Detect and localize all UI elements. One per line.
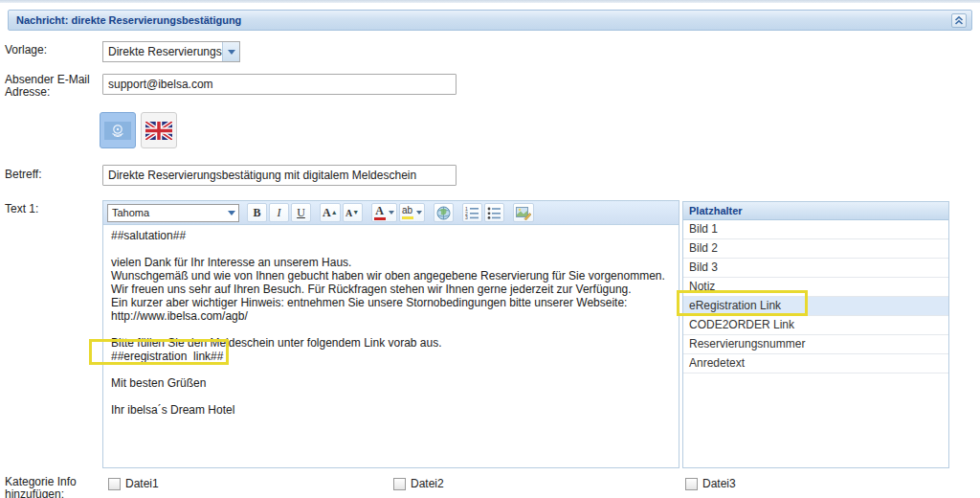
datei3-checkbox-item: Datei3: [685, 477, 736, 490]
svg-text:3: 3: [465, 215, 468, 219]
betreff-label: Betreff:: [5, 169, 99, 181]
insert-link-button[interactable]: [434, 203, 454, 222]
editor-text-line: [111, 323, 679, 336]
editor-text-line: Wunschgemäß und wie von Ihnen gebucht ha…: [111, 269, 679, 283]
placeholder-item-eregistration-link[interactable]: eRegistration Link: [683, 297, 948, 316]
chevron-double-up-icon: [954, 15, 964, 26]
placeholder-item-notiz[interactable]: Notiz: [683, 278, 948, 297]
editor-text-line: Bitte füllen Sie den Meldeschein unter f…: [111, 336, 679, 350]
kategorie-label: Kategorie Info hinzufügen:: [5, 476, 99, 498]
placeholder-item-bild1[interactable]: Bild 1: [683, 220, 948, 239]
editor-text-line: Ihr ibelsa´s Dream Hotel: [111, 403, 679, 417]
platzhalter-panel: Platzhalter Bild 1 Bild 2 Bild 3 Notiz e…: [682, 201, 949, 468]
absender-label: Absender E-Mail Adresse:: [5, 74, 99, 99]
editor-toolbar: Tahoma B I U A ▲ A ▼ A: [103, 201, 679, 225]
un-flag-icon: [104, 122, 131, 140]
richtext-editor: Tahoma B I U A ▲ A ▼ A: [102, 200, 679, 468]
message-template-page: Nachricht: direkte Reservierungsbestätig…: [0, 0, 980, 498]
message-panel-header: Nachricht: direkte Reservierungsbestätig…: [8, 10, 972, 31]
datei1-checkbox-item: Datei1: [108, 477, 159, 490]
chevron-down-icon: [228, 50, 235, 55]
font-family-value: Tahoma: [108, 207, 225, 218]
datei3-checkbox[interactable]: [685, 478, 698, 490]
chevron-down-icon: [416, 211, 422, 215]
highlight-color-button[interactable]: ab: [399, 203, 425, 222]
image-edit-icon: [516, 206, 531, 220]
chevron-down-icon: [389, 211, 394, 215]
editor-text-line: vielen Dank für Ihr Interesse an unserem…: [111, 256, 679, 269]
collapse-panel-button[interactable]: [951, 13, 967, 28]
editor-text-line: Wir freuen uns sehr auf Ihren Besuch. Fü…: [111, 283, 679, 296]
vorlage-selected-value: Direkte Reservierungsb: [103, 42, 222, 61]
betreff-input[interactable]: [102, 165, 457, 186]
ordered-list-icon: 1 2 3: [465, 206, 479, 219]
chevron-down-icon: [225, 211, 238, 215]
font-color-icon: A: [374, 206, 386, 220]
page-title: Nachricht: direkte Reservierungsbestätig…: [16, 14, 241, 26]
editor-text-line: http://www.ibelsa.com/agb/: [111, 309, 679, 323]
editor-text-line: ##salutation##: [111, 229, 679, 242]
arrow-down-icon: ▼: [352, 210, 359, 215]
italic-button[interactable]: I: [269, 203, 289, 222]
datei3-label: Datei3: [702, 477, 736, 490]
highlight-icon: ab: [402, 206, 413, 219]
platzhalter-panel-header: Platzhalter: [683, 202, 948, 220]
unordered-list-icon: [487, 206, 501, 219]
font-family-select[interactable]: Tahoma: [107, 204, 239, 222]
placeholder-item-code2order-link[interactable]: CODE2ORDER Link: [683, 316, 948, 335]
arrow-up-icon: ▲: [331, 210, 338, 215]
datei2-checkbox-item: Datei2: [393, 477, 444, 490]
datei2-label: Datei2: [411, 477, 444, 490]
vorlage-dropdown-trigger[interactable]: [222, 42, 239, 61]
editor-text-line: [111, 242, 679, 256]
grow-font-button[interactable]: A ▲: [320, 203, 341, 222]
datei1-checkbox[interactable]: [108, 478, 121, 490]
bold-button[interactable]: B: [247, 203, 267, 222]
placeholder-item-reservierungsnummer[interactable]: Reservierungsnummer: [683, 335, 948, 354]
vorlage-select[interactable]: Direkte Reservierungsb: [102, 41, 240, 62]
placeholder-item-anredetext[interactable]: Anredetext: [683, 354, 948, 374]
text1-label: Text 1:: [5, 203, 99, 215]
datei1-label: Datei1: [125, 477, 159, 490]
absender-email-input[interactable]: [102, 74, 457, 95]
language-button-english[interactable]: [141, 112, 177, 148]
placeholder-item-bild2[interactable]: Bild 2: [683, 239, 948, 259]
editor-text-line: [111, 363, 679, 376]
language-button-default[interactable]: [100, 112, 136, 148]
editor-content-area[interactable]: ##salutation## vielen Dank für Ihr Inter…: [103, 225, 679, 468]
shrink-font-button[interactable]: A ▼: [343, 203, 363, 222]
top-edge-strip: [0, 0, 980, 3]
editor-text-line-eregistration-placeholder: ##eregistration_link##: [111, 350, 679, 363]
globe-icon: [436, 206, 451, 220]
editor-text-line: Mit besten Grüßen: [111, 376, 679, 390]
uk-flag-icon: [145, 122, 172, 140]
datei2-checkbox[interactable]: [393, 478, 406, 490]
vorlage-label: Vorlage:: [5, 44, 99, 57]
insert-image-button[interactable]: [513, 203, 534, 222]
ordered-list-button[interactable]: 1 2 3: [462, 203, 482, 222]
underline-button[interactable]: U: [291, 203, 311, 222]
placeholder-item-bild3[interactable]: Bild 3: [683, 259, 948, 278]
unordered-list-button[interactable]: [484, 203, 504, 222]
editor-text-line: Ein kurzer aber wichtiger Hinweis: entne…: [111, 296, 679, 309]
editor-text-line: [111, 390, 679, 403]
font-color-button[interactable]: A: [371, 203, 397, 222]
